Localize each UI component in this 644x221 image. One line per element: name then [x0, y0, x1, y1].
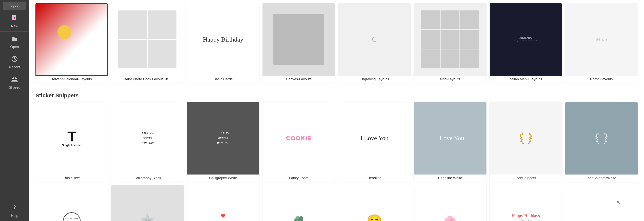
svg-point-14	[520, 141, 522, 142]
sidebar-item-recent-label: Recent	[9, 65, 20, 69]
card-photo-layouts[interactable]: Mum Photo Layouts	[565, 3, 638, 83]
svg-point-33	[604, 132, 606, 135]
gold-wreath-icon	[518, 130, 534, 146]
card-basic-text[interactable]: T Single line text Basic Text	[36, 102, 108, 182]
card-grid-layouts-label: Grid-Layouts	[414, 76, 486, 83]
card-headline-white-label: Headline White	[414, 174, 486, 182]
card-calligraphy-black-label: Calligraphy Black	[111, 174, 184, 182]
sidebar-item-recent[interactable]: Recent	[0, 52, 29, 72]
svg-point-19	[528, 132, 530, 135]
sidebar-item-help[interactable]: ? Help	[0, 201, 29, 221]
card-iconsnippets-white[interactable]: IconSnippetsWhite	[565, 102, 638, 182]
svg-point-28	[596, 141, 598, 142]
card-canvas-layouts-label: Canvas-Layouts	[262, 76, 335, 83]
svg-point-18	[530, 134, 532, 136]
recent-icon	[11, 55, 18, 64]
card-calligraphy-white[interactable]: LIFE ISBETTERWith You Calligraphy White	[187, 102, 259, 182]
card-fancy-fonts-label: Fancy Fonts	[262, 174, 335, 182]
svg-point-7	[15, 78, 17, 80]
svg-point-36	[604, 142, 606, 144]
sticker-snippets-title: Sticker Snippets	[29, 88, 644, 102]
sidebar: logout New Open Recent	[0, 0, 29, 221]
svg-line-5	[14, 59, 16, 60]
svg-point-35	[604, 141, 607, 142]
main-content: Advent-Calendar-Layouts Baby Photo Book …	[29, 0, 644, 221]
card-engraving-layouts-label: Engraving Layouts	[338, 76, 410, 83]
svg-point-29	[597, 142, 600, 144]
svg-point-26	[597, 132, 598, 135]
white-wreath-icon	[594, 130, 609, 146]
new-icon	[11, 14, 18, 23]
card-plant-accessories[interactable]: Plant Accessories	[262, 185, 335, 221]
card-calligraphy-white-label: Calligraphy White	[187, 174, 259, 182]
svg-point-12	[522, 132, 523, 135]
card-headline[interactable]: I Love You Headline	[338, 102, 410, 182]
card-italian-menu[interactable]: About & Menu Lorem ipsum dolor sit amet …	[490, 3, 562, 83]
card-basic-cards-label: Basic Cards	[187, 76, 259, 83]
sidebar-item-open[interactable]: Open	[0, 32, 29, 52]
svg-point-32	[606, 134, 607, 136]
card-printess-emojis[interactable]: 😊 printess-emojis	[338, 185, 410, 221]
svg-point-13	[520, 139, 523, 141]
shared-icon	[11, 76, 18, 84]
card-iconsnippets-white-label: IconSnippetsWhite	[565, 174, 638, 182]
open-icon	[11, 35, 18, 44]
card-grid-layouts[interactable]: Grid-Layouts	[414, 3, 486, 83]
card-photo-layouts-label: Photo Layouts	[565, 76, 638, 83]
svg-point-6	[12, 78, 14, 80]
svg-point-20	[528, 139, 531, 141]
svg-text:?: ?	[14, 204, 16, 210]
sidebar-item-new[interactable]: New	[0, 11, 29, 32]
card-headline-label: Headline	[338, 174, 410, 182]
svg-point-25	[596, 134, 597, 136]
card-italian-menu-label: Italian Menu Layouts	[490, 76, 562, 83]
card-advent-calendar[interactable]: Advent-Calendar-Layouts	[36, 3, 108, 83]
single-line-text: Single line text	[62, 144, 82, 147]
logout-button[interactable]: logout	[3, 2, 26, 10]
card-calligraphy-black[interactable]: LIFE ISBETTERWith You Calligraphy Black	[111, 102, 184, 182]
card-photo-stickers[interactable]: ❤️ 📷 Mum Photo Stickers	[187, 185, 259, 221]
card-lables[interactable]: Made with Love Love Made with Love Lable…	[36, 185, 108, 221]
svg-point-34	[604, 139, 607, 141]
layouts-grid: Advent-Calendar-Layouts Baby Photo Book …	[29, 0, 644, 88]
svg-point-22	[528, 142, 530, 144]
card-engraving-layouts[interactable]: C Engraving Layouts	[338, 3, 410, 83]
card-basic-text-label: Basic Text	[36, 174, 108, 182]
card-canvas-layouts[interactable]: Canvas-Layouts	[262, 3, 335, 83]
card-iconsnippets-label: IconSnippets	[490, 174, 562, 182]
card-xmas-deco[interactable]: Happy Holidays 🧦🧦 THE MILLERS Xmas Deco	[490, 185, 562, 221]
card-basic-cards[interactable]: Happy Birthday Basic Cards	[187, 3, 259, 83]
sidebar-item-shared-label: Shared	[9, 86, 20, 90]
plant-icon	[291, 213, 307, 221]
card-advent-calendar-label: Advent-Calendar-Layouts	[36, 76, 108, 83]
sticker-snippets-grid: T Single line text Basic Text LIFE ISBET…	[29, 102, 644, 221]
help-icon: ?	[11, 204, 18, 212]
svg-point-27	[596, 139, 598, 141]
card-wedding-stickers[interactable]: 🌸 Wedding Stickers	[414, 185, 486, 221]
sidebar-item-new-label: New	[11, 24, 18, 28]
sidebar-item-shared[interactable]: Shared	[0, 72, 29, 93]
sidebar-item-open-label: Open	[10, 45, 19, 49]
card-fancy-fonts[interactable]: COOKIE Fancy Fonts	[262, 102, 335, 182]
card-photo-snippets[interactable]: 📷 Photo Snippets	[111, 185, 184, 221]
card-headline-white[interactable]: I Love You Headline White	[414, 102, 486, 182]
svg-point-15	[521, 142, 524, 144]
svg-point-11	[520, 134, 522, 136]
card-baby-photo-book[interactable]: Baby Photo Book Layout Sn...	[111, 3, 184, 83]
card-iconsnippets[interactable]: IconSnippets	[490, 102, 562, 182]
sidebar-item-help-label: Help	[11, 214, 18, 218]
card-baby-photo-book-label: Baby Photo Book Layout Sn...	[111, 76, 184, 83]
svg-point-21	[529, 141, 531, 142]
